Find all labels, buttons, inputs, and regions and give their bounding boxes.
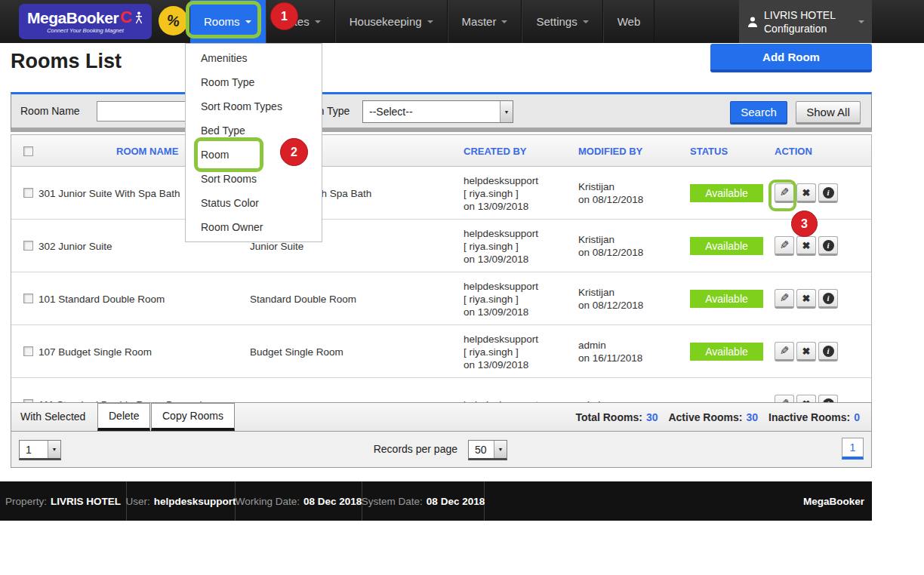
menu-item-room[interactable]: Room	[186, 143, 322, 167]
caret-down-icon	[245, 20, 251, 23]
rooms-table: ROOM NAME ROOM TYPE CREATED BY MODIFIED …	[11, 134, 872, 402]
total-rooms-value: 30	[646, 411, 658, 423]
main-nav: Rooms Rates Housekeeping Master Settings…	[190, 0, 654, 43]
edit-button[interactable]: ✎	[775, 289, 794, 309]
megabooker-logo[interactable]: MegaBooker C Connect Your Booking Magnet	[19, 4, 152, 39]
created-by-cell: helpdesksupport[ riya.singh ]on 13/09/20…	[464, 226, 538, 265]
room-name-label: Room Name	[20, 94, 80, 128]
status-badge: Available	[690, 184, 763, 202]
table-row: 101 Standard Double Room Standard Double…	[11, 272, 871, 325]
created-by-cell: helpdesksupport[ riya.singh ]on 13/09/20…	[464, 332, 538, 371]
pagination-bar: 1 ▼ Records per page 50 ▼ 1	[11, 432, 872, 468]
column-action[interactable]: ACTION	[775, 135, 812, 167]
working-date-value: 08 Dec 2018	[303, 496, 362, 507]
menu-item-room-owner[interactable]: Room Owner	[186, 215, 322, 239]
row-checkbox[interactable]	[23, 346, 33, 356]
delete-button[interactable]: ✖	[796, 236, 816, 256]
user-icon	[747, 16, 759, 28]
nav-item-settings[interactable]: Settings	[522, 0, 602, 43]
nav-item-web[interactable]: Web	[603, 0, 655, 43]
pencil-icon: ✎	[780, 344, 790, 358]
menu-item-sort-rooms[interactable]: Sort Rooms	[186, 167, 322, 191]
pencil-icon: ✎	[780, 186, 790, 199]
table-header-row: ROOM NAME ROOM TYPE CREATED BY MODIFIED …	[11, 135, 871, 167]
nav-item-housekeeping[interactable]: Housekeeping	[335, 0, 448, 43]
menu-item-sort-room-types[interactable]: Sort Room Types	[186, 94, 322, 118]
records-per-page-select[interactable]: 50 ▼	[468, 440, 507, 460]
logo-magnet-icon: C	[120, 9, 132, 26]
column-room-name[interactable]: ROOM NAME	[116, 135, 178, 167]
row-checkbox[interactable]	[23, 294, 33, 303]
room-name-cell: 111 Standard Double Room Dependance	[38, 378, 224, 402]
status-badge: Available	[690, 343, 763, 361]
rooms-dropdown-menu: Amenities Room Type Sort Room Types Bed …	[185, 43, 322, 242]
row-checkbox[interactable]	[23, 188, 33, 198]
page-number-button[interactable]: 1	[842, 438, 864, 460]
menu-item-amenities[interactable]: Amenities	[186, 46, 322, 70]
created-by-cell: helpdesksupport[ riya.singh ]on 13/09/20…	[464, 174, 538, 212]
add-room-button[interactable]: Add Room	[710, 44, 872, 72]
show-all-button[interactable]: Show All	[796, 101, 861, 125]
edit-button[interactable]: ✎	[775, 342, 794, 361]
nav-item-master[interactable]: Master	[448, 0, 522, 43]
x-icon: ✖	[802, 240, 811, 251]
caret-down-icon	[427, 20, 433, 23]
delete-button[interactable]: ✖	[796, 183, 816, 203]
info-button[interactable]: i	[818, 183, 838, 203]
edit-button[interactable]: ✎	[775, 395, 794, 402]
caret-down-icon	[315, 20, 321, 23]
room-type-select[interactable]: --Select-- ▼	[362, 100, 513, 123]
select-caret-icon: ▼	[494, 441, 507, 458]
room-type-cell: Standard Double Room	[250, 272, 356, 325]
menu-item-room-type[interactable]: Room Type	[186, 70, 322, 94]
delete-button[interactable]: ✖	[796, 395, 816, 402]
system-date-label: System Date:	[362, 496, 423, 507]
menu-item-status-color[interactable]: Status Color	[186, 191, 322, 215]
x-icon: ✖	[802, 293, 811, 304]
nav-item-rates[interactable]: Rates	[266, 0, 335, 43]
user-menu[interactable]: LIVRIS HOTEL Configuration	[739, 0, 872, 43]
info-icon: i	[823, 346, 834, 357]
active-rooms-value: 30	[746, 411, 758, 423]
menu-item-bed-type[interactable]: Bed Type	[186, 118, 322, 143]
copy-rooms-button[interactable]: Copy Rooms	[151, 403, 235, 431]
delete-button[interactable]: ✖	[796, 289, 816, 309]
user-label: User:	[125, 496, 149, 507]
modified-by-cell: adminon 16/11/2018	[578, 339, 642, 364]
info-button[interactable]: i	[818, 395, 838, 402]
table-row: 111 Standard Double Room Dependance help…	[11, 378, 871, 402]
property-value: LIVRIS HOTEL	[51, 496, 121, 507]
room-name-cell: 101 Standard Double Room	[38, 272, 165, 325]
delete-button[interactable]: ✖	[796, 342, 816, 361]
select-all-checkbox[interactable]	[23, 146, 33, 156]
pencil-icon: ✎	[780, 238, 790, 252]
column-modified-by[interactable]: MODIFIED BY	[578, 135, 642, 167]
created-by-cell: helpdesksupport[ riya.singh ]on 13/09/20…	[464, 279, 538, 318]
delete-selected-button[interactable]: Delete	[97, 403, 150, 431]
info-button[interactable]: i	[818, 342, 838, 361]
select-caret-icon: ▼	[500, 101, 513, 122]
page-select[interactable]: 1 ▼	[19, 440, 61, 460]
page-title: Rooms List	[11, 50, 122, 73]
edit-button[interactable]: ✎	[775, 183, 794, 203]
percent-badge-icon[interactable]: %	[159, 6, 188, 35]
user-config-label: Configuration	[764, 22, 836, 35]
edit-button[interactable]: ✎	[775, 236, 794, 256]
column-status[interactable]: STATUS	[690, 135, 728, 167]
walking-figure-icon	[134, 11, 143, 24]
status-badge: Available	[690, 237, 763, 255]
info-button[interactable]: i	[818, 289, 838, 309]
room-name-cell: 302 Junior Suite	[38, 220, 112, 272]
table-row: 107 Budget Single Room Budget Single Roo…	[11, 325, 871, 378]
active-rooms-label: Active Rooms:	[668, 411, 742, 423]
nav-item-rooms[interactable]: Rooms	[190, 0, 266, 43]
column-created-by[interactable]: CREATED BY	[464, 135, 527, 167]
table-row: 301 Junior Suite With Spa Bath Junior Su…	[11, 167, 871, 220]
info-button[interactable]: i	[818, 236, 838, 256]
x-icon: ✖	[802, 346, 811, 357]
search-button[interactable]: Search	[730, 101, 787, 125]
pencil-icon: ✎	[780, 397, 790, 402]
bulk-actions-bar: With Selected Delete Copy Rooms Total Ro…	[11, 402, 872, 432]
x-icon: ✖	[802, 187, 811, 198]
row-checkbox[interactable]	[23, 241, 33, 251]
